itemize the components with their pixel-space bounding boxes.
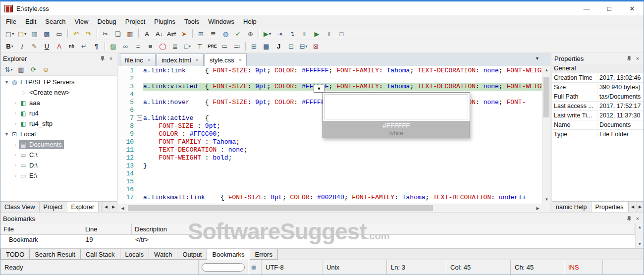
menu-debug[interactable]: Debug bbox=[93, 15, 121, 28]
tree-item-body[interactable]: ▤Documents bbox=[19, 140, 64, 149]
insert-table-button[interactable]: ⊞ bbox=[195, 29, 207, 39]
close-panel-icon[interactable]: × bbox=[107, 55, 114, 62]
menu-plugins[interactable]: Plugins bbox=[150, 15, 180, 28]
dropdown-arrow-icon[interactable]: ▾ bbox=[24, 32, 26, 36]
bookmarks-scrollbar[interactable]: ▲ ▼ bbox=[635, 223, 644, 248]
tree-item-body[interactable]: ▭D:\ bbox=[19, 161, 40, 170]
tree-item-local[interactable]: ▾⊡Local bbox=[0, 129, 117, 139]
expand-icon[interactable]: › bbox=[12, 121, 19, 126]
bottom-tab-search-result[interactable]: Search Result bbox=[30, 249, 81, 260]
checkbox-element-button[interactable]: □▾ bbox=[182, 41, 193, 52]
bottom-tab-call-stack[interactable]: Call Stack bbox=[81, 249, 120, 260]
tree-item-body[interactable]: ⊡Local bbox=[10, 129, 38, 139]
italic-button[interactable]: I bbox=[16, 41, 28, 52]
save-button[interactable]: ▦ bbox=[29, 29, 40, 39]
menu-tools[interactable]: Tools bbox=[180, 15, 204, 28]
scroll-up-icon[interactable]: ▲ bbox=[542, 66, 551, 74]
menu-file[interactable]: File bbox=[1, 15, 21, 28]
bold-button[interactable]: B▾ bbox=[4, 41, 15, 52]
justify-text-button[interactable]: J bbox=[273, 41, 284, 52]
tree-item-d[interactable]: ›▭D:\ bbox=[0, 160, 117, 170]
panel-tab-class-view[interactable]: Class View bbox=[0, 202, 40, 212]
panel-tab-explorer[interactable]: Explorer bbox=[67, 202, 99, 212]
bottom-tab-watch[interactable]: Watch bbox=[149, 249, 177, 260]
code-text[interactable]: } bbox=[143, 162, 550, 170]
tree-item-body[interactable]: ◧ru4 bbox=[19, 109, 41, 118]
tree-item-body[interactable]: ◌<Create new> bbox=[19, 88, 72, 97]
color-dropdown-icon[interactable]: ▼ bbox=[314, 85, 324, 93]
tab-scroll-left-icon[interactable]: ◀ bbox=[102, 202, 109, 212]
code-editor[interactable]: 1a.link:link { FONT-SIZE: 9pt; COLOR: #F… bbox=[118, 66, 550, 212]
property-row-size[interactable]: Size390 940 bytes) bbox=[552, 83, 644, 92]
scroll-right-icon[interactable]: ▶ bbox=[534, 204, 542, 213]
paste-button[interactable]: ▥ bbox=[124, 29, 136, 39]
scroll-up-icon[interactable]: ▲ bbox=[636, 223, 644, 231]
bottom-tab-todo[interactable]: TODO bbox=[0, 249, 30, 260]
pin-icon[interactable] bbox=[625, 55, 632, 62]
editor-tab-file-inc[interactable]: file.inc× bbox=[120, 54, 156, 66]
tab-scroll-left-icon[interactable]: ◀ bbox=[629, 202, 636, 212]
cut-button[interactable]: ✂ bbox=[100, 29, 111, 39]
pin-icon[interactable] bbox=[625, 215, 632, 222]
redo-button[interactable]: ↷ bbox=[83, 29, 94, 39]
code-text[interactable] bbox=[143, 178, 550, 186]
dropdown-arrow-icon[interactable]: ▾ bbox=[305, 44, 307, 49]
step-over-button[interactable]: ⇥ bbox=[274, 29, 285, 39]
vertical-scrollbar[interactable]: ▲ ▼ bbox=[542, 66, 550, 204]
undo-button[interactable]: ↶ bbox=[70, 29, 82, 39]
sync-folders-button[interactable]: ⊜ bbox=[40, 64, 52, 75]
pause-debug-button[interactable]: ‖ bbox=[323, 29, 335, 39]
editor-tab-style-css[interactable]: style.css× bbox=[205, 54, 247, 66]
expand-icon[interactable]: › bbox=[12, 163, 19, 168]
validate-button[interactable]: ✓ bbox=[232, 29, 244, 39]
property-row-creation-time[interactable]: Creation Time2017, 13:02:46 bbox=[552, 73, 644, 83]
menu-help[interactable]: Help bbox=[239, 15, 261, 28]
bookmarks-column-description[interactable]: Description bbox=[132, 224, 635, 235]
paragraph-button[interactable]: ¶ bbox=[91, 41, 102, 52]
panel-tab-namic-help[interactable]: namic Help bbox=[552, 202, 591, 212]
panel-tab-properties[interactable]: Properties bbox=[591, 202, 628, 212]
expand-icon[interactable]: › bbox=[12, 110, 19, 116]
ordered-list-button[interactable]: ≔ bbox=[219, 41, 230, 52]
calendar-button[interactable]: ▦ bbox=[261, 41, 272, 52]
bottom-tab-output[interactable]: Output bbox=[177, 249, 207, 260]
print-button[interactable]: ▭ bbox=[54, 29, 65, 39]
insert-image-button[interactable]: ▨ bbox=[107, 41, 119, 52]
close-panel-icon[interactable]: × bbox=[634, 215, 641, 222]
code-text[interactable]: a.linksmall:link { FONT-SIZE: 8pt; COLOR… bbox=[143, 194, 550, 202]
pause-button[interactable]: ‖ bbox=[299, 29, 310, 39]
collapse-icon[interactable]: ▾ bbox=[3, 131, 10, 137]
close-tab-icon[interactable]: × bbox=[196, 57, 199, 63]
bottom-tab-bookmarks[interactable]: Bookmarks bbox=[207, 249, 250, 260]
menu-windows[interactable]: Windows bbox=[204, 15, 239, 28]
tree-item-body[interactable]: ▭E:\ bbox=[19, 171, 39, 180]
tree-item-ru4[interactable]: ›◧ru4 bbox=[0, 108, 117, 118]
run-button[interactable]: ▶▾ bbox=[262, 29, 273, 39]
property-row-last-access[interactable]: Last access ...2017, 17:52:17 bbox=[552, 102, 644, 111]
editor-tab-index-html[interactable]: index.html× bbox=[157, 54, 204, 66]
scroll-left-icon[interactable]: ◀ bbox=[118, 204, 127, 213]
tree-item-ftp-sftp-servers[interactable]: ▾◍FTP/SFTP Servers bbox=[0, 77, 117, 87]
table-properties-button[interactable]: ⊟▾ bbox=[298, 41, 309, 52]
code-snippets-button[interactable]: ≣ bbox=[208, 29, 219, 39]
line-break-button[interactable]: ↵ bbox=[78, 41, 90, 52]
replace-button[interactable]: A⇄ bbox=[166, 29, 177, 39]
zoom-button[interactable]: ⊕ bbox=[245, 29, 256, 39]
tree-item-body[interactable]: ▭C:\ bbox=[19, 150, 40, 160]
tree-item-aaa[interactable]: ›◧aaa bbox=[0, 98, 117, 108]
code-text[interactable]: FONT-WEIGHT : bold; bbox=[143, 154, 550, 162]
close-tab-icon[interactable]: × bbox=[239, 57, 242, 63]
bookmarks-column-file[interactable]: File bbox=[0, 224, 82, 235]
sort-az-button[interactable]: ⇅▾ bbox=[3, 64, 14, 75]
tab-list-icon[interactable]: ▼ bbox=[535, 56, 539, 61]
tree-item-e[interactable]: ›▭E:\ bbox=[0, 170, 117, 181]
expand-icon[interactable]: › bbox=[12, 173, 19, 178]
close-button[interactable]: ✕ bbox=[621, 1, 644, 15]
maximize-button[interactable]: □ bbox=[598, 1, 621, 15]
tree-item-c[interactable]: ›▭C:\ bbox=[0, 150, 117, 160]
dropdown-arrow-icon[interactable]: ▾ bbox=[12, 32, 14, 36]
dropdown-arrow-icon[interactable]: ▾ bbox=[10, 67, 12, 72]
property-row-last-write-ti[interactable]: Last write Ti...2012, 11:37:30 bbox=[552, 111, 644, 120]
dropdown-arrow-icon[interactable]: ▾ bbox=[269, 32, 271, 36]
step-into-button[interactable]: ↴ bbox=[286, 29, 298, 39]
